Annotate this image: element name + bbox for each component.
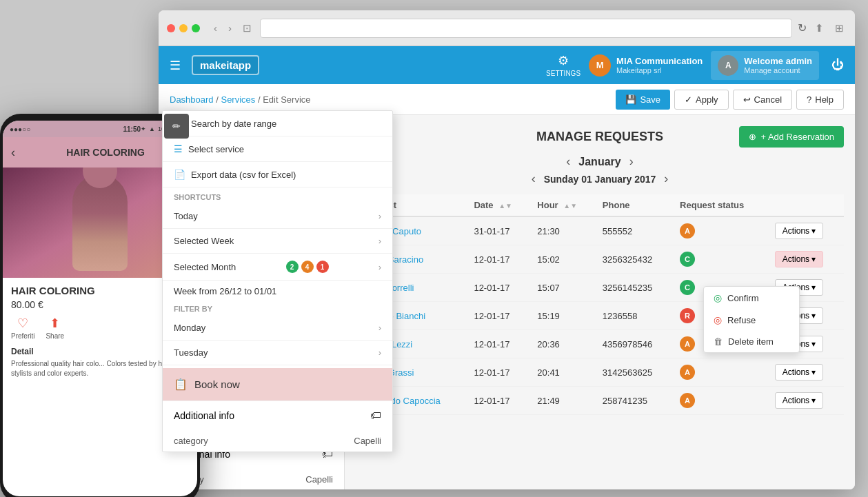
date-cell: 12-01-17: [467, 387, 530, 415]
mobile-tuesday[interactable]: Tuesday ›: [163, 341, 392, 365]
add-reservation-button[interactable]: ⊕ + Add Reservation: [739, 126, 844, 148]
next-day-button[interactable]: ›: [664, 172, 668, 186]
hamburger-menu[interactable]: ☰: [170, 58, 181, 73]
selweek-lbl: Selected Week: [174, 236, 234, 246]
mobile-menu-search-label: Search by date range: [191, 119, 276, 129]
mobile-today[interactable]: Today ›: [163, 204, 392, 229]
user-account-button[interactable]: A Welcome admin Manage account: [711, 51, 819, 80]
prev-day-button[interactable]: ‹: [532, 172, 536, 186]
mobile-selected-month[interactable]: Selected Month 2 4 1 ›: [163, 254, 392, 281]
forward-nav-button[interactable]: ›: [225, 19, 234, 37]
back-button[interactable]: ‹: [11, 145, 15, 160]
date-cell: 12-01-17: [467, 245, 530, 274]
hour-cell: 21:49: [530, 387, 596, 415]
help-button[interactable]: ? Help: [796, 90, 844, 110]
prev-month-button[interactable]: ‹: [566, 154, 570, 169]
date-cell: 12-01-17: [467, 302, 530, 330]
phone-cell: 3256145235: [596, 274, 673, 302]
minimize-button[interactable]: [179, 24, 188, 32]
mobile-menu-select-service[interactable]: ☰ Select service: [163, 136, 392, 162]
undo-icon: ↩: [743, 94, 751, 105]
selmonth-lbl: Selected Month: [174, 262, 236, 272]
actions-button-6[interactable]: Actions ▾: [775, 364, 824, 381]
close-button[interactable]: [167, 24, 175, 32]
reload-button[interactable]: ↻: [798, 21, 807, 34]
badge-green-m: 2: [286, 261, 299, 273]
top-navigation: ☰ makeitapp ⚙ SETTINGS M MIA Communicati…: [159, 46, 855, 84]
breadcrumb-dashboard-link[interactable]: Dashboard: [170, 94, 214, 105]
additional-info-panel: Additional info 🏷: [163, 400, 392, 430]
cancel-button[interactable]: ↩ Cancel: [733, 90, 792, 110]
category-panel-row: category Capelli: [163, 430, 392, 452]
share-button[interactable]: ⬆: [812, 19, 827, 37]
user-avatar: A: [718, 55, 738, 76]
mobile-menu-panel: 📅 Search by date range ☰ Select service …: [162, 110, 393, 452]
day-label: Sunday 01 January 2017: [544, 174, 656, 185]
delete-item[interactable]: 🗑 Delete item: [704, 331, 799, 352]
col-phone: Phone: [596, 194, 673, 216]
back-nav-button[interactable]: ‹: [211, 19, 220, 37]
mobile-menu-search-date[interactable]: 📅 Search by date range: [163, 111, 392, 136]
chevron-mon: ›: [379, 323, 381, 333]
hour-cell: 20:36: [530, 330, 596, 358]
power-icon[interactable]: ⏻: [831, 58, 844, 72]
company-info: M MIA Communication Makeitapp srl: [589, 54, 703, 77]
signal-area: ●●●○○: [10, 125, 123, 133]
mobile-monday[interactable]: Monday ›: [163, 316, 392, 341]
edit-icon: ✏: [172, 121, 181, 132]
book-now-panel[interactable]: 📋 Book now: [163, 368, 392, 400]
col-status: Request status: [673, 194, 768, 216]
delete-label: Delete item: [728, 336, 774, 347]
date-cell: 31-01-17: [467, 216, 530, 245]
status-cell: A: [673, 387, 768, 415]
browser-titlebar: ‹ › ⊡ ↻ ⬆ ⊞: [159, 10, 855, 46]
refuse-item[interactable]: ◎ Refuse: [704, 309, 799, 331]
breadcrumb-services-link[interactable]: Services: [221, 94, 255, 105]
window-controls: [167, 24, 200, 32]
favorite-button[interactable]: ♡ Preferiti: [11, 316, 34, 340]
confirm-item[interactable]: ◎ Confirm: [704, 287, 799, 309]
table-row: Valerio Caputo 31-01-17 21:30 555552 A A…: [356, 216, 844, 245]
actions-button-1[interactable]: Actions ▾: [775, 223, 824, 239]
company-sub: Makeitapp srl: [616, 66, 703, 74]
mobile-menu-export[interactable]: 📄 Export data (csv for Excel): [163, 162, 392, 187]
book-icon-m: 📋: [174, 378, 188, 391]
new-tab-button[interactable]: ⊞: [832, 19, 847, 37]
trash-icon: 🗑: [714, 336, 723, 347]
next-month-button[interactable]: ›: [629, 154, 634, 169]
manage-requests-header: MANAGE REQUESTS ⊕ + Add Reservation: [356, 126, 844, 148]
actions-button-2[interactable]: Actions ▾: [775, 251, 824, 267]
manage-requests-title: MANAGE REQUESTS: [518, 130, 681, 144]
share-button[interactable]: ⬆ Share: [46, 316, 64, 340]
file-icon-m: 📄: [174, 169, 185, 180]
phone-cell: 1236558: [596, 302, 673, 330]
status-cell: A: [673, 216, 768, 245]
confirm-label: Confirm: [727, 293, 759, 303]
mobile-selected-week[interactable]: Selected Week ›: [163, 229, 392, 254]
url-bar[interactable]: [260, 19, 792, 38]
phone-cell: 3142563625: [596, 358, 673, 387]
col-actions: [768, 194, 844, 216]
save-button[interactable]: 💾 Save: [616, 90, 670, 110]
manage-account-text: Manage account: [744, 66, 812, 74]
tab-expand-button[interactable]: ⊡: [240, 19, 254, 37]
refuse-label: Refuse: [727, 315, 756, 325]
table-body: Valerio Caputo 31-01-17 21:30 555552 A A…: [356, 216, 844, 415]
list-icon-m: ☰: [174, 143, 183, 154]
day-navigation: ‹ Sunday 01 January 2017 ›: [356, 172, 844, 186]
actions-button-7[interactable]: Actions ▾: [775, 392, 824, 409]
settings-button[interactable]: ⚙ SETTINGS: [546, 53, 581, 77]
toolbar-buttons: 💾 Save ✓ Apply ↩ Cancel ? Help: [616, 90, 844, 110]
category-value: Capelli: [305, 474, 333, 485]
time-display: 11:50: [123, 125, 141, 133]
hour-cell: 21:30: [530, 216, 596, 245]
edit-icon-badge[interactable]: ✏: [164, 114, 189, 139]
company-name: MIA Communication: [616, 56, 703, 66]
hero-person-silhouette: [72, 174, 128, 271]
chevron-week: ›: [379, 236, 381, 246]
maximize-button[interactable]: [192, 24, 200, 32]
hour-cell: 15:02: [530, 245, 596, 274]
date-cell: 12-01-17: [467, 330, 530, 358]
apply-button[interactable]: ✓ Apply: [674, 90, 729, 110]
table-row: Paolo Saracino 12-01-17 15:02 3256325432…: [356, 245, 844, 274]
